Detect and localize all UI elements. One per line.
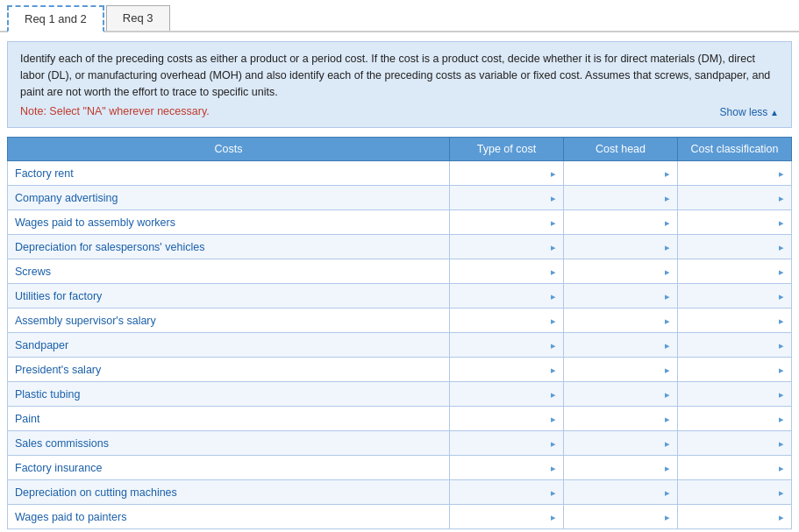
cost-head-dropdown[interactable] — [564, 259, 678, 284]
cost-name-cell: Factory rent — [8, 161, 450, 186]
cost-classification-dropdown[interactable] — [678, 284, 792, 309]
show-less-link[interactable]: Show less — [720, 104, 779, 120]
cost-head-dropdown[interactable] — [564, 161, 678, 186]
type-of-cost-dropdown[interactable] — [450, 456, 564, 480]
tab-req-1-2[interactable]: Req 1 and 2 — [7, 5, 104, 32]
table-row: Factory insurance — [8, 456, 792, 480]
cost-head-dropdown[interactable] — [564, 309, 678, 333]
cost-name-cell: President's salary — [8, 358, 450, 382]
type-of-cost-dropdown[interactable] — [450, 505, 564, 529]
type-of-cost-dropdown[interactable] — [450, 407, 564, 431]
table-row: Plastic tubing — [8, 382, 792, 407]
cost-head-dropdown[interactable] — [564, 505, 678, 529]
cost-name-cell: Paint — [8, 407, 450, 431]
table-row: Factory rent — [8, 161, 792, 186]
type-of-cost-dropdown[interactable] — [450, 480, 564, 505]
cost-name-cell: Screws — [8, 259, 450, 284]
cost-name-cell: Factory insurance — [8, 456, 450, 480]
cost-head-dropdown[interactable] — [564, 210, 678, 235]
type-of-cost-dropdown[interactable] — [450, 210, 564, 235]
table-row: Sandpaper — [8, 333, 792, 358]
instruction-text: Identify each of the preceding costs as … — [20, 53, 770, 98]
type-of-cost-dropdown[interactable] — [450, 309, 564, 333]
type-of-cost-dropdown[interactable] — [450, 186, 564, 210]
table-row: Wages paid to painters — [8, 505, 792, 529]
cost-head-dropdown[interactable] — [564, 382, 678, 407]
type-of-cost-dropdown[interactable] — [450, 235, 564, 259]
cost-name-cell: Utilities for factory — [8, 284, 450, 309]
tab-req-3[interactable]: Req 3 — [106, 5, 170, 31]
type-of-cost-dropdown[interactable] — [450, 333, 564, 358]
table-row: Screws — [8, 259, 792, 284]
table-row: President's salary — [8, 358, 792, 382]
cost-name-cell: Depreciation on cutting machines — [8, 480, 450, 505]
cost-head-dropdown[interactable] — [564, 284, 678, 309]
cost-classification-dropdown[interactable] — [678, 407, 792, 431]
tab-bar: Req 1 and 2 Req 3 — [0, 0, 799, 32]
cost-head-dropdown[interactable] — [564, 407, 678, 431]
cost-head-dropdown[interactable] — [564, 480, 678, 505]
col-header-cost-head: Cost head — [564, 138, 678, 161]
col-header-type-of-cost: Type of cost — [450, 138, 564, 161]
cost-classification-dropdown[interactable] — [678, 259, 792, 284]
cost-head-dropdown[interactable] — [564, 235, 678, 259]
cost-head-dropdown[interactable] — [564, 358, 678, 382]
table-row: Utilities for factory — [8, 284, 792, 309]
cost-table-wrapper: Costs Type of cost Cost head Cost classi… — [7, 137, 792, 529]
cost-name-cell: Depreciation for salespersons' vehicles — [8, 235, 450, 259]
cost-name-cell: Assembly supervisor's salary — [8, 309, 450, 333]
cost-name-cell: Wages paid to assembly workers — [8, 210, 450, 235]
cost-classification-dropdown[interactable] — [678, 505, 792, 529]
table-row: Paint — [8, 407, 792, 431]
col-header-cost-classification: Cost classification — [678, 138, 792, 161]
cost-head-dropdown[interactable] — [564, 431, 678, 456]
type-of-cost-dropdown[interactable] — [450, 161, 564, 186]
cost-classification-dropdown[interactable] — [678, 161, 792, 186]
cost-classification-dropdown[interactable] — [678, 210, 792, 235]
type-of-cost-dropdown[interactable] — [450, 382, 564, 407]
cost-classification-dropdown[interactable] — [678, 309, 792, 333]
cost-head-dropdown[interactable] — [564, 456, 678, 480]
cost-classification-dropdown[interactable] — [678, 431, 792, 456]
type-of-cost-dropdown[interactable] — [450, 284, 564, 309]
table-row: Wages paid to assembly workers — [8, 210, 792, 235]
cost-classification-dropdown[interactable] — [678, 382, 792, 407]
cost-classification-dropdown[interactable] — [678, 480, 792, 505]
table-row: Depreciation on cutting machines — [8, 480, 792, 505]
type-of-cost-dropdown[interactable] — [450, 259, 564, 284]
cost-table: Costs Type of cost Cost head Cost classi… — [7, 137, 792, 529]
cost-classification-dropdown[interactable] — [678, 456, 792, 480]
table-row: Assembly supervisor's salary — [8, 309, 792, 333]
cost-head-dropdown[interactable] — [564, 186, 678, 210]
cost-classification-dropdown[interactable] — [678, 358, 792, 382]
type-of-cost-dropdown[interactable] — [450, 431, 564, 456]
cost-classification-dropdown[interactable] — [678, 333, 792, 358]
cost-name-cell: Wages paid to painters — [8, 505, 450, 529]
cost-name-cell: Company advertising — [8, 186, 450, 210]
table-row: Depreciation for salespersons' vehicles — [8, 235, 792, 259]
instruction-note: Note: Select "NA" wherever necessary. — [20, 103, 779, 120]
table-row: Company advertising — [8, 186, 792, 210]
cost-name-cell: Sales commissions — [8, 431, 450, 456]
col-header-costs: Costs — [8, 138, 450, 161]
type-of-cost-dropdown[interactable] — [450, 358, 564, 382]
cost-name-cell: Plastic tubing — [8, 382, 450, 407]
instruction-box: Identify each of the preceding costs as … — [7, 41, 792, 128]
cost-classification-dropdown[interactable] — [678, 235, 792, 259]
cost-name-cell: Sandpaper — [8, 333, 450, 358]
cost-classification-dropdown[interactable] — [678, 186, 792, 210]
cost-head-dropdown[interactable] — [564, 333, 678, 358]
table-row: Sales commissions — [8, 431, 792, 456]
